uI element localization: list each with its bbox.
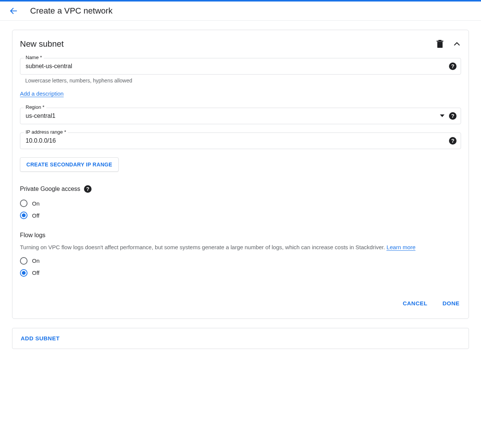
flow-logs-radio-group: On Off	[20, 255, 461, 279]
collapse-icon[interactable]	[453, 40, 461, 48]
flow-logs-on-radio[interactable]: On	[20, 255, 461, 267]
add-subnet-card: ADD SUBNET	[12, 328, 469, 349]
pga-on-radio[interactable]: On	[20, 197, 461, 209]
pga-heading-text: Private Google access	[20, 186, 80, 192]
name-hint: Lowercase letters, numbers, hyphens allo…	[20, 78, 461, 84]
back-arrow-icon[interactable]	[9, 6, 18, 15]
ip-range-label: IP address range *	[24, 129, 68, 135]
name-label: Name *	[24, 55, 44, 60]
add-subnet-button[interactable]: ADD SUBNET	[21, 335, 60, 341]
region-label: Region *	[24, 104, 46, 110]
cancel-button[interactable]: CANCEL	[401, 297, 429, 309]
radio-label: Off	[32, 212, 40, 219]
name-input[interactable]	[20, 58, 461, 75]
ip-range-input[interactable]	[20, 133, 461, 149]
svg-text:?: ?	[451, 138, 455, 144]
flow-logs-heading-text: Flow logs	[20, 232, 46, 239]
svg-rect-2	[438, 40, 441, 41]
pga-off-radio[interactable]: Off	[20, 209, 461, 221]
page-title: Create a VPC network	[30, 6, 113, 16]
radio-icon	[20, 200, 27, 207]
help-icon[interactable]: ?	[449, 112, 457, 120]
pga-heading: Private Google access ?	[20, 185, 461, 193]
svg-rect-0	[437, 42, 443, 48]
radio-label: On	[32, 200, 40, 207]
add-description-link[interactable]: Add a description	[20, 90, 64, 97]
region-select[interactable]	[20, 108, 461, 124]
radio-label: Off	[32, 270, 40, 276]
new-subnet-card: New subnet Name * ? Lowercase letters, n…	[12, 30, 469, 319]
delete-icon[interactable]	[436, 40, 444, 48]
done-button[interactable]: DONE	[441, 297, 461, 309]
learn-more-link[interactable]: Learn more	[386, 244, 415, 251]
radio-icon	[20, 212, 27, 219]
radio-label: On	[32, 258, 40, 264]
dropdown-icon[interactable]	[440, 114, 444, 117]
flow-logs-desc: Turning on VPC flow logs doesn't affect …	[20, 243, 461, 252]
help-icon[interactable]: ?	[84, 185, 92, 193]
page-header: Create a VPC network	[0, 2, 481, 21]
help-icon[interactable]: ?	[449, 62, 457, 70]
flow-logs-heading: Flow logs	[20, 232, 461, 239]
svg-text:?: ?	[451, 63, 455, 69]
radio-icon	[20, 269, 27, 277]
card-title: New subnet	[20, 39, 64, 49]
create-secondary-ip-button[interactable]: CREATE SECONDARY IP RANGE	[20, 157, 119, 172]
flow-logs-off-radio[interactable]: Off	[20, 267, 461, 279]
radio-icon	[20, 257, 27, 265]
help-icon[interactable]: ?	[449, 137, 457, 145]
svg-text:?: ?	[451, 113, 455, 119]
svg-text:?: ?	[86, 186, 90, 192]
pga-radio-group: On Off	[20, 197, 461, 221]
